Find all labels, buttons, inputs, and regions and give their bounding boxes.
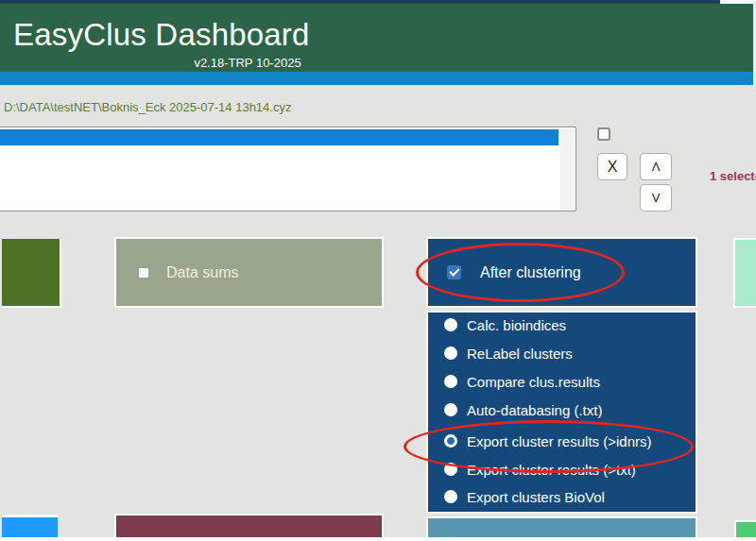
app-title: EasyClus Dashboard bbox=[13, 17, 310, 53]
option-label: Export cluster results (>txt) bbox=[467, 462, 636, 478]
after-clustering-label: After clustering bbox=[480, 264, 581, 281]
data-sums-panel[interactable]: Data sums bbox=[114, 237, 384, 308]
list-checkbox[interactable] bbox=[597, 127, 610, 141]
option-label: Auto-databasing (.txt) bbox=[467, 402, 602, 418]
option-label: Export clusters BioVol bbox=[467, 489, 605, 505]
header-banner: EasyClus Dashboard v2.18-TRP 10-2025 bbox=[0, 4, 753, 72]
radio-icon[interactable] bbox=[444, 318, 457, 331]
option-calc-bioindices[interactable]: Calc. bioindices bbox=[428, 315, 696, 334]
option-relabel-clusters[interactable]: ReLabel clusters bbox=[428, 344, 696, 363]
after-clustering-panel[interactable]: After clustering bbox=[426, 237, 697, 308]
after-clustering-checkbox[interactable] bbox=[447, 265, 461, 279]
app-version-label: v2.18-TRP 10-2025 bbox=[144, 56, 352, 70]
data-sums-label: Data sums bbox=[166, 264, 238, 281]
listbox-scrollbar[interactable] bbox=[560, 128, 575, 210]
move-down-button[interactable]: V bbox=[640, 184, 672, 211]
radio-icon[interactable] bbox=[444, 403, 457, 416]
radio-icon[interactable] bbox=[444, 490, 457, 503]
window-bottom-strip bbox=[0, 537, 756, 541]
olive-panel-fragment bbox=[2, 239, 61, 308]
data-sums-checkbox[interactable] bbox=[138, 267, 149, 279]
maroon-panel-fragment bbox=[114, 514, 384, 538]
option-compare-clus-results[interactable]: Compare clus.results bbox=[428, 372, 696, 391]
current-file-path: D:\DATA\testNET\Boknis_Eck 2025-07-14 13… bbox=[4, 100, 291, 114]
easyclus-dashboard-window: EasyClus Dashboard v2.18-TRP 10-2025 D:\… bbox=[0, 0, 756, 541]
delete-button[interactable]: X bbox=[597, 153, 627, 180]
blue-panel-fragment bbox=[2, 515, 58, 538]
option-label: ReLabel clusters bbox=[467, 346, 573, 362]
move-up-button[interactable]: Λ bbox=[640, 153, 672, 180]
selection-count-label: 1 selected bbox=[710, 169, 756, 183]
radio-icon[interactable] bbox=[444, 375, 457, 388]
option-label: Compare clus.results bbox=[467, 374, 600, 390]
after-clustering-options-panel: Calc. bioindices ReLabel clusters Compar… bbox=[426, 311, 697, 514]
steel-blue-panel-fragment bbox=[426, 516, 697, 538]
radio-selected-icon[interactable] bbox=[444, 434, 457, 448]
option-export-clusters-biovol[interactable]: Export clusters BioVol bbox=[428, 487, 696, 506]
mint-panel-fragment bbox=[733, 238, 756, 308]
listbox-selected-row[interactable] bbox=[0, 129, 558, 145]
option-label: Export cluster results (>idnrs) bbox=[467, 433, 651, 449]
green-panel-fragment bbox=[734, 520, 756, 538]
option-export-cluster-results-txt[interactable]: Export cluster results (>txt) bbox=[428, 460, 696, 479]
option-auto-databasing[interactable]: Auto-databasing (.txt) bbox=[428, 400, 696, 419]
radio-icon[interactable] bbox=[444, 463, 457, 476]
radio-icon[interactable] bbox=[444, 347, 457, 360]
option-label: Calc. bioindices bbox=[467, 317, 566, 333]
option-export-cluster-results-idnrs[interactable]: Export cluster results (>idnrs) bbox=[428, 431, 696, 450]
header-accent-bar bbox=[0, 72, 753, 85]
file-listbox[interactable] bbox=[0, 127, 576, 211]
